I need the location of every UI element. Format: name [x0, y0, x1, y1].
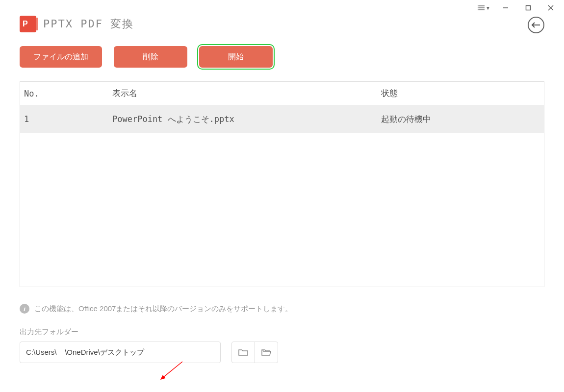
start-button[interactable]: 開始 — [199, 46, 273, 68]
back-button[interactable] — [528, 17, 544, 33]
arrow-left-icon — [531, 22, 541, 28]
maximize-button[interactable] — [517, 0, 539, 16]
titlebar: ▼ — [0, 0, 564, 16]
svg-point-3 — [478, 5, 479, 6]
folder-icon — [238, 348, 248, 356]
close-button[interactable] — [539, 0, 562, 16]
powerpoint-icon — [20, 16, 36, 32]
file-table: No. 表示名 状態 1 PowerPoint へようこそ.pptx 起動の待機… — [20, 81, 544, 287]
table-row[interactable]: 1 PowerPoint へようこそ.pptx 起動の待機中 — [20, 105, 544, 133]
output-row — [20, 342, 544, 363]
page-title: PPTX PDF 変換 — [43, 17, 134, 31]
svg-rect-7 — [526, 6, 531, 10]
column-name: 表示名 — [108, 82, 377, 105]
minimize-button[interactable] — [494, 0, 517, 16]
browse-folder-button[interactable] — [231, 342, 255, 363]
output-folder-label: 出力先フォルダー — [20, 327, 544, 337]
output-path-input[interactable] — [20, 342, 221, 363]
hint-row: i この機能は、Office 2007またはそれ以降のバージョンのみをサポートし… — [20, 304, 544, 314]
hint-text: この機能は、Office 2007またはそれ以降のバージョンのみをサポートします… — [34, 304, 292, 314]
column-status: 状態 — [377, 82, 544, 105]
titlebar-menu-dropdown[interactable]: ▼ — [478, 5, 490, 11]
svg-line-11 — [161, 362, 182, 379]
folder-open-icon — [261, 348, 271, 356]
list-icon — [478, 5, 485, 11]
header: PPTX PDF 変換 — [20, 16, 544, 32]
action-toolbar: ファイルの追加 削除 開始 — [20, 46, 544, 68]
table-header: No. 表示名 状態 — [20, 82, 544, 105]
cell-no: 1 — [20, 105, 108, 133]
open-folder-button[interactable] — [255, 342, 278, 363]
cell-status: 起動の待機中 — [377, 105, 544, 133]
cell-name: PowerPoint へようこそ.pptx — [108, 105, 377, 133]
info-icon: i — [20, 304, 29, 314]
svg-point-5 — [478, 9, 479, 10]
delete-button[interactable]: 削除 — [114, 46, 187, 68]
add-file-button[interactable]: ファイルの追加 — [20, 46, 102, 68]
column-no: No. — [20, 82, 108, 105]
svg-point-4 — [478, 7, 479, 8]
